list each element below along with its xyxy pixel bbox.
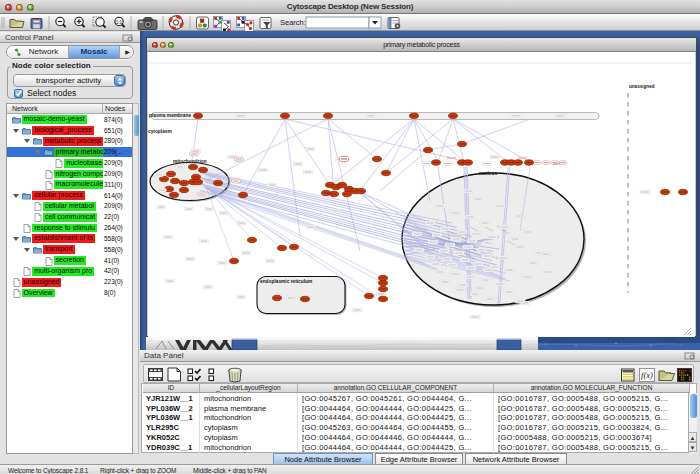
svg-text:[nm-x]: [nm-x] (553, 162, 560, 166)
svg-text:plasma membrane: plasma membrane (149, 113, 191, 118)
svg-text:endoplasmic reticulum: endoplasmic reticulum (260, 279, 312, 284)
svg-text:f(x): f(x) (641, 370, 653, 380)
svg-text:1:1: 1:1 (116, 20, 123, 25)
svg-text:nucleus: nucleus (479, 171, 497, 176)
svg-text:mitochondrion: mitochondrion (173, 159, 207, 164)
svg-text:unassigned: unassigned (629, 84, 655, 89)
svg-text:[nucl-m]: [nucl-m] (518, 156, 528, 160)
svg-text:Search:: Search: (280, 18, 306, 27)
svg-text:[nucl-m]: [nucl-m] (447, 156, 457, 160)
svg-text:cytoplasm: cytoplasm (148, 129, 172, 134)
